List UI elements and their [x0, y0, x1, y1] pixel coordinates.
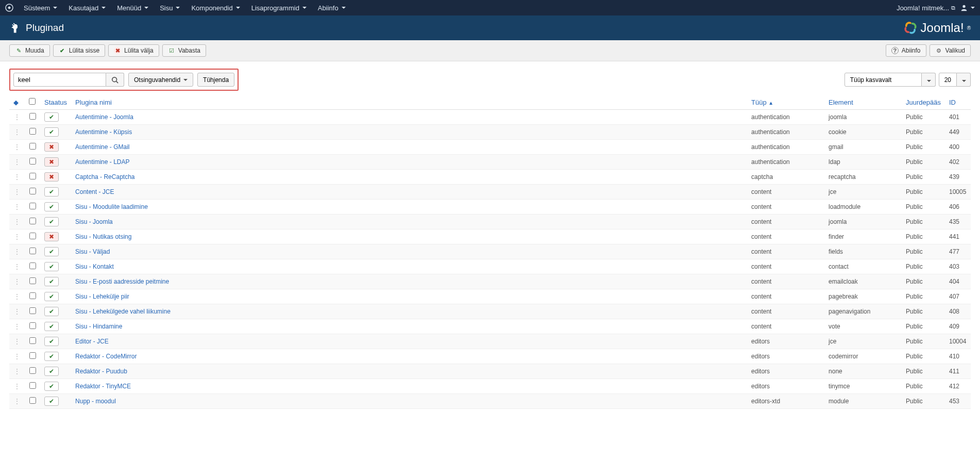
limit-select-value[interactable]: 20: [939, 73, 957, 87]
plugin-name-link[interactable]: Sisu - Moodulite laadimine: [75, 203, 148, 210]
row-checkbox[interactable]: [29, 352, 36, 359]
column-status[interactable]: Staatus: [40, 95, 71, 110]
status-toggle-enabled[interactable]: ✔: [44, 307, 59, 316]
status-toggle-enabled[interactable]: ✔: [44, 262, 59, 271]
drag-handle-icon[interactable]: ⋮: [13, 277, 21, 286]
topnav-item-sisu[interactable]: Sisu: [155, 1, 185, 15]
drag-handle-icon[interactable]: ⋮: [13, 367, 21, 375]
status-toggle-disabled[interactable]: ✖: [44, 232, 59, 241]
row-checkbox[interactable]: [29, 128, 36, 135]
row-checkbox[interactable]: [29, 248, 36, 254]
row-checkbox[interactable]: [29, 113, 36, 120]
status-toggle-enabled[interactable]: ✔: [44, 217, 59, 226]
drag-handle-icon[interactable]: ⋮: [13, 188, 21, 196]
checkin-button[interactable]: ☑ Vabasta: [162, 44, 206, 57]
edit-button[interactable]: ✎ Muuda: [9, 44, 50, 57]
row-checkbox[interactable]: [29, 218, 36, 224]
row-checkbox[interactable]: [29, 203, 36, 209]
limit-select-caret[interactable]: [957, 73, 971, 87]
plugin-name-link[interactable]: Autentimine - Joomla: [75, 113, 133, 121]
topnav-item-abiinfo[interactable]: Abiinfo: [313, 1, 351, 15]
plugin-name-link[interactable]: Sisu - Lehekülgede vahel liikumine: [75, 308, 171, 315]
drag-handle-icon[interactable]: ⋮: [13, 143, 21, 151]
drag-handle-icon[interactable]: ⋮: [13, 113, 21, 121]
status-toggle-enabled[interactable]: ✔: [44, 112, 59, 122]
drag-handle-icon[interactable]: ⋮: [13, 128, 21, 136]
sort-select-caret[interactable]: [922, 73, 936, 87]
topnav-item-menüüd[interactable]: Menüüd: [112, 1, 154, 15]
row-checkbox[interactable]: [29, 337, 36, 344]
row-checkbox[interactable]: [29, 367, 36, 374]
row-checkbox[interactable]: [29, 188, 36, 194]
joomla-icon[interactable]: [5, 4, 13, 12]
drag-handle-icon[interactable]: ⋮: [13, 233, 21, 241]
enable-button[interactable]: ✔ Lülita sisse: [53, 44, 105, 57]
plugin-name-link[interactable]: Autentimine - LDAP: [75, 158, 129, 166]
row-checkbox[interactable]: [29, 277, 36, 284]
row-checkbox[interactable]: [29, 307, 36, 314]
drag-handle-icon[interactable]: ⋮: [13, 382, 21, 390]
status-toggle-enabled[interactable]: ✔: [44, 247, 59, 256]
search-submit-button[interactable]: [106, 73, 124, 87]
status-toggle-disabled[interactable]: ✖: [44, 172, 59, 182]
plugin-name-link[interactable]: Sisu - Nutikas otsing: [75, 233, 131, 240]
drag-handle-icon[interactable]: ⋮: [13, 322, 21, 331]
plugin-name-link[interactable]: Sisu - Lehekülje piir: [75, 293, 129, 300]
drag-handle-icon[interactable]: ⋮: [13, 248, 21, 256]
drag-handle-icon[interactable]: ⋮: [13, 397, 21, 405]
status-toggle-enabled[interactable]: ✔: [44, 397, 59, 406]
user-menu[interactable]: [960, 4, 975, 11]
sort-select[interactable]: Tüüp kasvavalt: [844, 73, 936, 87]
status-toggle-enabled[interactable]: ✔: [44, 322, 59, 331]
row-checkbox[interactable]: [29, 262, 36, 269]
drag-handle-icon[interactable]: ⋮: [13, 292, 21, 301]
column-id[interactable]: ID: [945, 95, 971, 110]
status-toggle-enabled[interactable]: ✔: [44, 202, 59, 211]
plugin-name-link[interactable]: Content - JCE: [75, 188, 114, 195]
drag-handle-icon[interactable]: ⋮: [13, 218, 21, 226]
plugin-name-link[interactable]: Sisu - Hindamine: [75, 323, 122, 330]
status-toggle-enabled[interactable]: ✔: [44, 352, 59, 361]
drag-handle-icon[interactable]: ⋮: [13, 307, 21, 316]
status-toggle-disabled[interactable]: ✖: [44, 157, 59, 167]
options-button[interactable]: ⚙ Valikud: [930, 44, 971, 57]
row-checkbox[interactable]: [29, 158, 36, 165]
topnav-item-kasutajad[interactable]: Kasutajad: [63, 1, 111, 15]
column-element[interactable]: Element: [824, 95, 902, 110]
site-frontend-link[interactable]: Joomla! mitmek... ⧉: [897, 4, 955, 12]
drag-handle-icon[interactable]: ⋮: [13, 337, 21, 346]
select-all-checkbox[interactable]: [29, 98, 36, 105]
row-checkbox[interactable]: [29, 173, 36, 179]
search-tools-button[interactable]: Otsinguvahendid: [128, 73, 193, 87]
column-access[interactable]: Juurdepääs: [902, 95, 945, 110]
status-toggle-enabled[interactable]: ✔: [44, 187, 59, 196]
status-toggle-enabled[interactable]: ✔: [44, 292, 59, 301]
column-sort[interactable]: ◆: [9, 95, 25, 110]
sort-select-value[interactable]: Tüüp kasvavalt: [844, 73, 922, 87]
topnav-item-süsteem[interactable]: Süsteem: [19, 1, 62, 15]
row-checkbox[interactable]: [29, 292, 36, 299]
column-name[interactable]: Plugina nimi: [71, 95, 747, 110]
row-checkbox[interactable]: [29, 397, 36, 404]
drag-handle-icon[interactable]: ⋮: [13, 262, 21, 271]
plugin-name-link[interactable]: Redaktor - CodeMirror: [75, 353, 137, 360]
topnav-item-lisaprogrammid[interactable]: Lisaprogrammid: [246, 1, 312, 15]
plugin-name-link[interactable]: Sisu - E-posti aadresside peitmine: [75, 278, 169, 285]
plugin-name-link[interactable]: Sisu - Kontakt: [75, 263, 114, 270]
row-checkbox[interactable]: [29, 322, 36, 329]
row-checkbox[interactable]: [29, 233, 36, 239]
limit-select[interactable]: 20: [939, 73, 971, 87]
plugin-name-link[interactable]: Autentimine - GMail: [75, 143, 129, 151]
search-input[interactable]: [13, 73, 106, 87]
topnav-item-komponendid[interactable]: Komponendid: [186, 1, 245, 15]
drag-handle-icon[interactable]: ⋮: [13, 173, 21, 181]
status-toggle-disabled[interactable]: ✖: [44, 142, 59, 152]
row-checkbox[interactable]: [29, 143, 36, 150]
status-toggle-enabled[interactable]: ✔: [44, 127, 59, 137]
plugin-name-link[interactable]: Sisu - Väljad: [75, 248, 110, 255]
plugin-name-link[interactable]: Sisu - Joomla: [75, 218, 113, 225]
plugin-name-link[interactable]: Autentimine - Küpsis: [75, 128, 132, 136]
drag-handle-icon[interactable]: ⋮: [13, 158, 21, 166]
drag-handle-icon[interactable]: ⋮: [13, 352, 21, 360]
column-type[interactable]: Tüüp ▲: [747, 95, 824, 110]
